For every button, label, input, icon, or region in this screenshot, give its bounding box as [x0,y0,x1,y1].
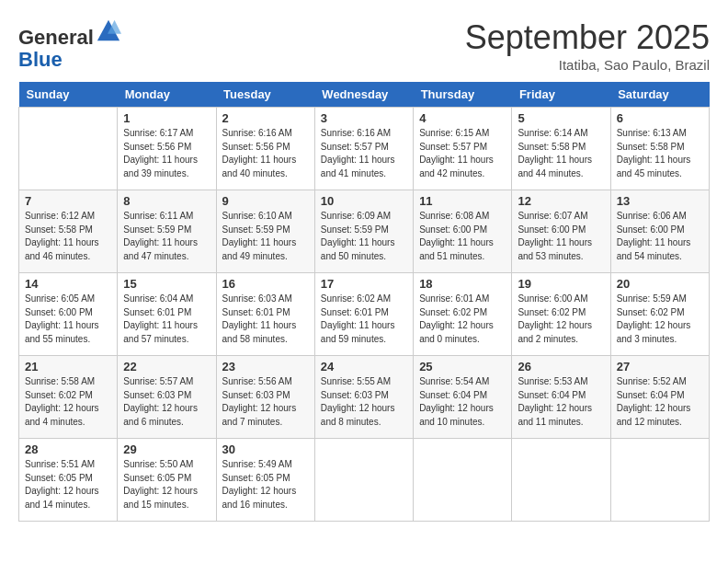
page-header: General Blue September 2025 Itatiba, Sao… [18,18,710,73]
calendar-cell: 26 Sunrise: 5:53 AM Sunset: 6:04 PM Dayl… [512,356,610,439]
logo: General Blue [18,18,121,71]
cell-info: Sunrise: 6:07 AM Sunset: 6:00 PM Dayligh… [518,210,604,263]
calendar-cell: 11 Sunrise: 6:08 AM Sunset: 6:00 PM Dayl… [414,190,512,273]
sunrise-text: Sunrise: 6:01 AM [419,293,489,304]
day-number: 1 [123,111,210,125]
calendar-cell: 21 Sunrise: 5:58 AM Sunset: 6:02 PM Dayl… [19,356,118,439]
daylight-text: Daylight: 12 hours and 7 minutes. [222,403,297,427]
day-number: 4 [419,111,506,125]
cell-info: Sunrise: 6:15 AM Sunset: 5:57 PM Dayligh… [419,127,506,180]
day-number: 26 [518,360,604,373]
day-number: 28 [25,442,111,456]
daylight-text: Daylight: 11 hours and 55 minutes. [25,320,99,344]
day-number: 5 [518,111,604,125]
day-number: 11 [419,194,506,208]
cell-info: Sunrise: 5:59 AM Sunset: 6:02 PM Dayligh… [617,293,703,346]
sunset-text: Sunset: 6:00 PM [617,224,685,235]
cell-info: Sunrise: 6:08 AM Sunset: 6:00 PM Dayligh… [419,210,506,263]
calendar-cell: 12 Sunrise: 6:07 AM Sunset: 6:00 PM Dayl… [512,190,610,273]
day-number: 21 [25,360,111,373]
calendar-cell: 1 Sunrise: 6:17 AM Sunset: 5:56 PM Dayli… [118,108,216,190]
column-header-sunday: Sunday [19,82,118,108]
cell-info: Sunrise: 6:16 AM Sunset: 5:57 PM Dayligh… [321,127,407,180]
sunrise-text: Sunrise: 6:05 AM [25,293,95,304]
cell-info: Sunrise: 5:52 AM Sunset: 6:04 PM Dayligh… [617,375,703,429]
daylight-text: Daylight: 11 hours and 51 minutes. [419,237,494,261]
sunset-text: Sunset: 6:04 PM [617,390,685,400]
sunset-text: Sunset: 6:00 PM [518,224,586,235]
column-header-saturday: Saturday [610,82,709,108]
day-number: 7 [25,194,111,208]
logo-blue-text: Blue [18,48,63,71]
daylight-text: Daylight: 11 hours and 45 minutes. [617,155,691,178]
cell-info: Sunrise: 5:49 AM Sunset: 6:05 PM Dayligh… [222,458,309,511]
sunrise-text: Sunrise: 6:13 AM [617,128,687,138]
calendar-cell [414,439,512,522]
calendar-cell [512,439,610,522]
daylight-text: Daylight: 11 hours and 58 minutes. [222,320,297,344]
daylight-text: Daylight: 11 hours and 49 minutes. [222,237,297,261]
sunrise-text: Sunrise: 6:15 AM [419,128,489,138]
calendar-cell: 10 Sunrise: 6:09 AM Sunset: 5:59 PM Dayl… [314,190,413,273]
sunrise-text: Sunrise: 6:14 AM [518,128,587,138]
sunrise-text: Sunrise: 5:58 AM [25,376,95,386]
sunrise-text: Sunrise: 5:53 AM [518,376,587,386]
daylight-text: Daylight: 11 hours and 40 minutes. [222,155,297,178]
daylight-text: Daylight: 11 hours and 57 minutes. [123,320,198,344]
calendar-cell: 3 Sunrise: 6:16 AM Sunset: 5:57 PM Dayli… [314,108,413,190]
sunrise-text: Sunrise: 6:12 AM [25,211,95,221]
sunset-text: Sunset: 6:05 PM [123,473,191,483]
sunrise-text: Sunrise: 6:11 AM [123,211,193,221]
calendar-cell: 23 Sunrise: 5:56 AM Sunset: 6:03 PM Dayl… [216,356,314,439]
daylight-text: Daylight: 12 hours and 8 minutes. [321,403,395,427]
calendar-cell [314,439,413,522]
column-header-monday: Monday [118,82,216,108]
sunrise-text: Sunrise: 5:54 AM [419,376,489,386]
cell-info: Sunrise: 5:55 AM Sunset: 6:03 PM Dayligh… [321,375,407,429]
daylight-text: Daylight: 12 hours and 3 minutes. [617,320,691,344]
cell-info: Sunrise: 5:56 AM Sunset: 6:03 PM Dayligh… [222,375,309,429]
cell-info: Sunrise: 6:17 AM Sunset: 5:56 PM Dayligh… [123,127,210,180]
sunset-text: Sunset: 5:59 PM [222,224,290,235]
daylight-text: Daylight: 12 hours and 2 minutes. [518,320,592,344]
cell-info: Sunrise: 5:51 AM Sunset: 6:05 PM Dayligh… [25,458,111,511]
calendar-cell: 25 Sunrise: 5:54 AM Sunset: 6:04 PM Dayl… [414,356,512,439]
day-number: 17 [321,277,407,291]
day-number: 27 [617,360,703,373]
sunrise-text: Sunrise: 5:57 AM [123,376,193,386]
sunset-text: Sunset: 6:02 PM [419,307,487,317]
sunset-text: Sunset: 6:02 PM [518,307,586,317]
daylight-text: Daylight: 11 hours and 59 minutes. [321,320,395,344]
daylight-text: Daylight: 12 hours and 0 minutes. [419,320,494,344]
cell-info: Sunrise: 5:50 AM Sunset: 6:05 PM Dayligh… [123,458,210,511]
sunrise-text: Sunrise: 6:04 AM [123,293,193,304]
logo-general-text: General [18,26,94,49]
calendar-cell [19,108,118,190]
calendar-body: 1 Sunrise: 6:17 AM Sunset: 5:56 PM Dayli… [19,108,710,522]
cell-info: Sunrise: 6:01 AM Sunset: 6:02 PM Dayligh… [419,293,506,346]
sunset-text: Sunset: 6:04 PM [518,390,586,400]
calendar-cell: 13 Sunrise: 6:06 AM Sunset: 6:00 PM Dayl… [610,190,709,273]
day-number: 22 [123,360,210,373]
cell-info: Sunrise: 5:57 AM Sunset: 6:03 PM Dayligh… [123,375,210,429]
sunset-text: Sunset: 5:58 PM [617,142,685,152]
sunset-text: Sunset: 5:59 PM [321,224,389,235]
daylight-text: Daylight: 12 hours and 6 minutes. [123,403,198,427]
day-number: 10 [321,194,407,208]
day-number: 18 [419,277,506,291]
sunset-text: Sunset: 6:02 PM [617,307,685,317]
column-header-thursday: Thursday [414,82,512,108]
calendar-cell: 6 Sunrise: 6:13 AM Sunset: 5:58 PM Dayli… [610,108,709,190]
day-number: 25 [419,360,506,373]
day-number: 9 [222,194,309,208]
daylight-text: Daylight: 11 hours and 39 minutes. [123,155,198,178]
cell-info: Sunrise: 5:54 AM Sunset: 6:04 PM Dayligh… [419,375,506,429]
sunset-text: Sunset: 5:57 PM [321,142,389,152]
sunset-text: Sunset: 5:57 PM [419,142,487,152]
sunrise-text: Sunrise: 6:09 AM [321,211,391,221]
day-number: 3 [321,111,407,125]
daylight-text: Daylight: 12 hours and 10 minutes. [419,403,494,427]
sunrise-text: Sunrise: 6:03 AM [222,293,292,304]
cell-info: Sunrise: 6:13 AM Sunset: 5:58 PM Dayligh… [617,127,703,180]
column-header-friday: Friday [512,82,610,108]
